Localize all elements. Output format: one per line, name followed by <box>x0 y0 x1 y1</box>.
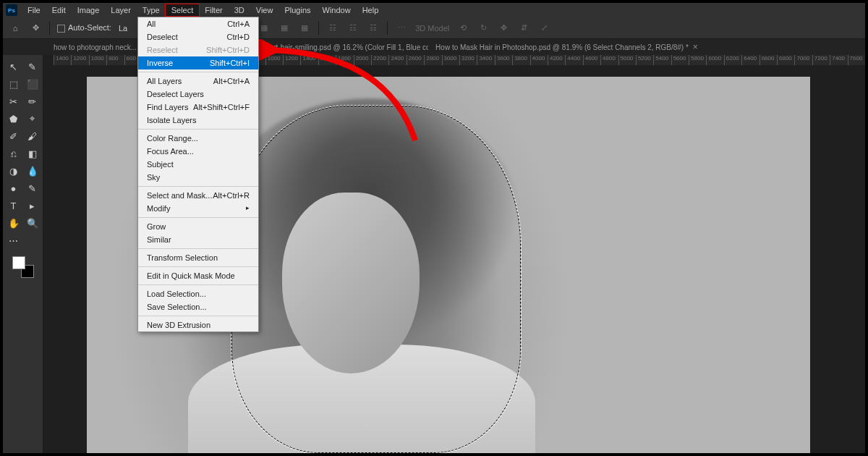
tool-button[interactable] <box>23 232 42 249</box>
menu-plugins[interactable]: Plugins <box>278 4 316 16</box>
tool-button[interactable]: ✋ <box>4 214 23 232</box>
tools-panel: ↖✎⬚⬛✂✏⬟⌖✐🖌⎌◧◑💧●✎T▸✋🔍⋯ <box>3 55 43 453</box>
menu-image[interactable]: Image <box>72 4 106 16</box>
menu-item-similar[interactable]: Similar <box>138 233 258 246</box>
tab-label: how to photograph neck... <box>54 43 137 51</box>
tool-button[interactable]: T <box>4 197 23 214</box>
layer-dropdown[interactable]: La <box>119 24 127 33</box>
workspace: ↖✎⬚⬛✂✏⬟⌖✐🖌⎌◧◑💧●✎T▸✋🔍⋯ 140012001000800600… <box>3 55 865 453</box>
distribute-top-icon: ☷ <box>326 22 339 35</box>
menu-file[interactable]: File <box>22 4 46 16</box>
document-tabs: how to photograph neck...×beautiful-drea… <box>3 39 865 55</box>
tool-button[interactable]: ⬛ <box>23 75 42 93</box>
menu-window[interactable]: Window <box>317 4 357 16</box>
more-icon: ⋯ <box>395 22 408 35</box>
menu-item-color-range[interactable]: Color Range... <box>138 132 258 145</box>
menu-item-all-layers[interactable]: All LayersAlt+Ctrl+A <box>138 75 258 88</box>
menu-edit[interactable]: Edit <box>46 4 72 16</box>
menu-item-subject[interactable]: Subject <box>138 158 258 171</box>
tool-button[interactable]: ⌖ <box>23 110 42 127</box>
tool-button[interactable]: ⬚ <box>4 75 23 93</box>
tool-button[interactable]: ◑ <box>4 162 23 180</box>
menu-item-sky[interactable]: Sky <box>138 171 258 184</box>
home-icon[interactable]: ⌂ <box>9 22 22 35</box>
menu-item-grow[interactable]: Grow <box>138 220 258 233</box>
menu-item-focus-area[interactable]: Focus Area... <box>138 145 258 158</box>
menu-item-modify[interactable]: Modify <box>138 202 258 215</box>
menu-layer[interactable]: Layer <box>105 4 137 16</box>
auto-select-checkbox[interactable]: Auto-Select: <box>57 23 111 33</box>
3d-roll-icon: ↻ <box>477 22 490 35</box>
distribute-bot-icon: ☷ <box>367 22 380 35</box>
document-tab[interactable]: How to Mask Hair in Photoshop.psd @ 81.9… <box>428 39 703 55</box>
menu-type[interactable]: Type <box>137 4 166 16</box>
menu-bar: Ps FileEditImageLayerTypeSelectFilter3DV… <box>3 3 865 17</box>
align-left-icon: ▦ <box>258 22 271 35</box>
tool-button[interactable]: ✎ <box>23 180 42 197</box>
tool-button[interactable]: ↖ <box>4 58 23 75</box>
menu-item-select-and-mask[interactable]: Select and Mask...Alt+Ctrl+R <box>138 189 258 202</box>
distribute-mid-icon: ☷ <box>346 22 359 35</box>
menu-help[interactable]: Help <box>357 4 385 16</box>
tab-label: How to Mask Hair in Photoshop.psd @ 81.9… <box>435 43 689 51</box>
options-bar: ⌂ ✥ Auto-Select: La ▦ ▦ ▦ ☷ ☷ ☷ ⋯ 3D Mod… <box>3 17 865 39</box>
tool-button[interactable]: ✏ <box>23 93 42 110</box>
menu-item-deselect-layers[interactable]: Deselect Layers <box>138 88 258 101</box>
menu-3d[interactable]: 3D <box>229 4 250 16</box>
align-center-icon: ▦ <box>278 22 291 35</box>
tool-button[interactable]: ✂ <box>4 93 23 110</box>
tool-button[interactable]: 💧 <box>23 162 42 180</box>
tool-button[interactable]: ◧ <box>23 145 42 162</box>
menu-item-find-layers[interactable]: Find LayersAlt+Shift+Ctrl+F <box>138 101 258 114</box>
menu-view[interactable]: View <box>250 4 279 16</box>
tool-button[interactable]: ▸ <box>23 197 42 214</box>
menu-item-isolate-layers[interactable]: Isolate Layers <box>138 114 258 127</box>
tool-button[interactable]: ⋯ <box>4 232 23 249</box>
align-right-icon: ▦ <box>298 22 311 35</box>
3d-orbit-icon: ⟲ <box>456 22 469 35</box>
menu-item-new-3d-extrusion[interactable]: New 3D Extrusion <box>138 318 258 332</box>
tool-button[interactable]: ● <box>4 180 23 197</box>
ps-logo-icon: Ps <box>6 4 17 16</box>
menu-item-inverse[interactable]: InverseShift+Ctrl+I <box>138 56 258 69</box>
3d-slide-icon: ⇵ <box>517 22 530 35</box>
tool-button[interactable]: ⬟ <box>4 110 23 127</box>
separator <box>49 22 50 35</box>
move-tool-icon[interactable]: ✥ <box>29 22 42 35</box>
menu-item-transform-selection[interactable]: Transform Selection <box>138 251 258 264</box>
tool-button[interactable]: 🖌 <box>23 127 42 145</box>
separator <box>318 22 319 35</box>
3d-pan-icon: ✥ <box>497 22 510 35</box>
photoshop-window: Ps FileEditImageLayerTypeSelectFilter3DV… <box>3 3 865 453</box>
menu-select[interactable]: Select <box>166 4 200 16</box>
tool-button[interactable]: ✐ <box>4 127 23 145</box>
menu-item-edit-in-quick-mask-mode[interactable]: Edit in Quick Mask Mode <box>138 269 258 282</box>
menu-item-deselect[interactable]: DeselectCtrl+D <box>138 30 258 43</box>
3d-scale-icon: ⤢ <box>537 22 550 35</box>
tool-button[interactable]: ✎ <box>23 58 42 75</box>
tool-button[interactable]: ⎌ <box>4 145 23 162</box>
close-icon[interactable]: × <box>693 42 698 52</box>
menu-filter[interactable]: Filter <box>199 4 228 16</box>
select-menu-dropdown: AllCtrl+ADeselectCtrl+DReselectShift+Ctr… <box>137 17 259 332</box>
tool-button[interactable]: 🔍 <box>23 214 42 232</box>
color-swatches[interactable] <box>12 256 34 278</box>
separator <box>387 22 388 35</box>
3d-mode-label: 3D Model <box>415 24 449 33</box>
menu-item-all[interactable]: AllCtrl+A <box>138 17 258 30</box>
marching-ants-selection <box>231 106 521 453</box>
menu-item-load-selection[interactable]: Load Selection... <box>138 287 258 300</box>
menu-item-reselect: ReselectShift+Ctrl+D <box>138 43 258 56</box>
menu-item-save-selection[interactable]: Save Selection... <box>138 300 258 313</box>
